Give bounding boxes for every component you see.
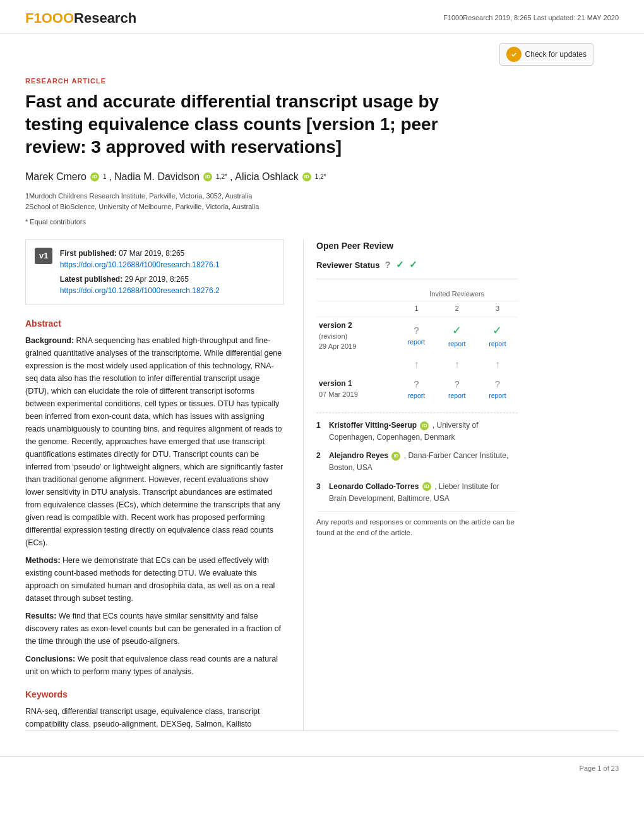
arrow-up-3: ↑: [480, 357, 515, 372]
logo-f1000: F1OOO: [25, 10, 74, 26]
first-published-doi[interactable]: https://doi.org/10.12688/f1000research.1…: [60, 260, 220, 269]
authors: Marek Cmero iD 1, Nadia M. Davidson iD 1…: [25, 169, 619, 184]
reviewer-3-num: 3: [316, 481, 325, 505]
col-2-header: 2: [437, 301, 477, 317]
page-number: Page 1 of 23: [580, 763, 619, 774]
abstract-body: Background: RNA sequencing has enabled h…: [25, 334, 284, 678]
article-title: Fast and accurate differential transcrip…: [25, 90, 442, 159]
keywords-text: RNA-seq, differential transcript usage, …: [25, 705, 284, 730]
arrow-up-2: ↑: [439, 357, 475, 372]
page: F1OOOResearch F1000Research 2019, 8:265 …: [0, 0, 644, 834]
version1-date: 07 Mar 2019: [319, 389, 393, 400]
orcid-icon-3: iD: [302, 172, 311, 181]
reviewer-1-name: Kristoffer Vitting-Seerup: [329, 421, 417, 430]
reviewer-1-orcid: iD: [420, 421, 429, 430]
header: F1OOOResearch F1000Research 2019, 8:265 …: [0, 0, 644, 34]
reviewer-status-row: Reviewer Status ? ✓ ✓: [316, 258, 518, 279]
col-3-header: 3: [477, 301, 518, 317]
v2-r2-report[interactable]: report: [439, 339, 475, 349]
version2-sublabel: (revision): [319, 331, 393, 342]
reviewer-1-info: Kristoffer Vitting-Seerup iD , Universit…: [329, 420, 518, 444]
v2-r3-cell: ✓ report: [477, 317, 518, 354]
version1-label: version 1: [319, 378, 393, 389]
latest-published-date: 29 Apr 2019, 8:265: [125, 275, 189, 284]
conclusions-label: Conclusions:: [25, 655, 75, 663]
check-for-updates-button[interactable]: Check for updates: [499, 43, 593, 66]
logo-research: Research: [74, 10, 136, 26]
reviewer-status-label: Reviewer Status: [316, 259, 379, 272]
left-column: v1 First published: 07 Mar 2019, 8:265 h…: [25, 239, 303, 730]
v2-r3-report[interactable]: report: [480, 339, 515, 349]
reviewer-1-num: 1: [316, 420, 325, 444]
v1-r1-report[interactable]: report: [398, 391, 434, 401]
v1-r2-report[interactable]: report: [439, 391, 475, 401]
author-2-name: Nadia M. Davidson: [114, 169, 200, 184]
results-text: We find that ECs counts have similar sen…: [25, 612, 281, 646]
arrow-row: ↑ ↑ ↑: [316, 354, 518, 375]
abstract-conclusions: Conclusions: We posit that equivalence c…: [25, 653, 284, 678]
author-1-name: Marek Cmero: [25, 169, 86, 184]
logo: F1OOOResearch: [25, 8, 136, 28]
reviewer-2-name: Alejandro Reyes: [329, 451, 388, 460]
reviewer-table: Invited Reviewers 1 2 3 v: [316, 287, 518, 404]
version2-label: version 2: [319, 320, 393, 331]
reviewer-3-info: Leonardo Collado-Torres iD , Lieber Inst…: [329, 481, 518, 505]
article-type: RESEARCH ARTICLE: [25, 76, 619, 87]
reviewer-2-num: 2: [316, 450, 325, 474]
check-updates-label: Check for updates: [525, 49, 587, 60]
reviewer-item-3: 3 Leonardo Collado-Torres iD , Lieber In…: [316, 481, 518, 505]
first-published-label: First published:: [60, 249, 117, 258]
abstract-heading: Abstract: [25, 317, 284, 330]
version2-row: version 2 (revision) 29 Apr 2019 ? repor…: [316, 317, 518, 354]
invited-reviewers-header: Invited Reviewers: [396, 287, 518, 301]
equal-contrib: * Equal contributors: [25, 217, 619, 227]
results-label: Results:: [25, 612, 56, 620]
author-3-sup: 1,2*: [315, 172, 326, 181]
author-3-name: Alicia Oshlack: [235, 169, 298, 184]
main-content: v1 First published: 07 Mar 2019, 8:265 h…: [0, 239, 644, 730]
latest-published-doi[interactable]: https://doi.org/10.12688/f1000research.1…: [60, 286, 220, 295]
v1-r3-question: ?: [495, 378, 500, 389]
responses-note: Any reports and responses or comments on…: [316, 511, 518, 539]
reviewer-item-2: 2 Alejandro Reyes iD , Dana-Farber Cance…: [316, 450, 518, 474]
affil-1: 1Murdoch Childrens Research Institute, P…: [25, 191, 619, 202]
v1-r2-question: ?: [455, 378, 460, 389]
methods-label: Methods:: [25, 556, 61, 565]
abstract-background: Background: RNA sequencing has enabled h…: [25, 334, 284, 549]
v1-r3-report[interactable]: report: [480, 391, 515, 401]
question-icon: ?: [385, 258, 390, 272]
check-icon-1: ✓: [396, 258, 404, 272]
background-text: RNA sequencing has enabled high-throughp…: [25, 336, 283, 547]
reviewer-3-orcid: iD: [422, 482, 431, 491]
v2-r1-report[interactable]: report: [398, 337, 434, 348]
header-meta: F1000Research 2019, 8:265 Last updated: …: [443, 13, 619, 23]
background-label: Background:: [25, 336, 74, 345]
latest-published-label: Latest published:: [60, 275, 122, 284]
reviewer-2-info: Alejandro Reyes iD , Dana-Farber Cancer …: [329, 450, 518, 474]
v2-r2-check: ✓: [452, 324, 462, 337]
version-badge: v1: [35, 248, 52, 264]
first-published-doi-line: https://doi.org/10.12688/f1000research.1…: [60, 259, 220, 270]
version1-row: version 1 07 Mar 2019 ? report ? report: [316, 375, 518, 404]
version-box: v1 First published: 07 Mar 2019, 8:265 h…: [25, 239, 284, 305]
author-1-sup: 1: [103, 172, 107, 181]
open-peer-review-heading: Open Peer Review: [316, 239, 518, 253]
v2-r1-question: ?: [414, 325, 419, 335]
orcid-icon-1: iD: [90, 172, 99, 181]
v1-r2-cell: ? report: [437, 375, 477, 404]
reviewer-2-orcid: iD: [391, 452, 400, 461]
v2-r3-check: ✓: [492, 324, 502, 337]
v1-r1-cell: ? report: [396, 375, 436, 404]
arrow-up-1: ↑: [398, 357, 434, 372]
reviewer-item-1: 1 Kristoffer Vitting-Seerup iD , Univers…: [316, 420, 518, 444]
v1-r3-cell: ? report: [477, 375, 518, 404]
check-icon-2: ✓: [409, 258, 417, 272]
v2-r2-cell: ✓ report: [437, 317, 477, 354]
peer-review-section: Open Peer Review Reviewer Status ? ✓ ✓ I…: [316, 239, 518, 538]
methods-text: Here we demonstrate that ECs can be used…: [25, 556, 275, 603]
version-text: First published: 07 Mar 2019, 8:265 http…: [60, 248, 220, 296]
version2-date: 29 Apr 2019: [319, 341, 393, 352]
reviewer-list: 1 Kristoffer Vitting-Seerup iD , Univers…: [316, 413, 518, 505]
abstract-methods: Methods: Here we demonstrate that ECs ca…: [25, 554, 284, 605]
first-published-line: First published: 07 Mar 2019, 8:265: [60, 248, 220, 259]
